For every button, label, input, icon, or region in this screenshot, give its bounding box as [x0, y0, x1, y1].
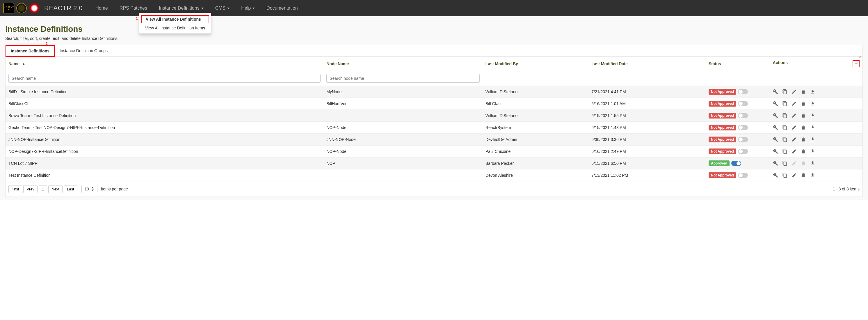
tab-instance-definition-groups[interactable]: Instance Definition Groups — [55, 45, 113, 57]
nav-cms[interactable]: CMS — [210, 1, 236, 16]
copy-icon[interactable] — [782, 89, 787, 94]
table-row: Test Instance DefinitionDevon Aleshire7/… — [5, 170, 863, 181]
pager-page-1[interactable]: 1 — [39, 185, 47, 193]
edit-icon[interactable] — [792, 101, 797, 106]
approval-toggle[interactable] — [738, 173, 748, 178]
dropdown-view-all-definitions[interactable]: View All Instance Definitions — [141, 15, 209, 23]
copy-icon[interactable] — [782, 149, 787, 154]
wrench-icon[interactable] — [773, 137, 778, 142]
pager-info: 1 - 8 of 8 items — [833, 187, 860, 191]
cell-status: Not Approved — [706, 86, 770, 98]
cell-modified-date: 6/30/2021 3:36 PM — [588, 134, 706, 146]
nav-help[interactable]: Help — [235, 1, 260, 16]
delete-icon[interactable] — [801, 89, 806, 94]
download-icon[interactable] — [810, 125, 815, 130]
col-header-actions: Actions 3 — [770, 57, 863, 71]
download-icon[interactable] — [810, 137, 815, 142]
col-header-status[interactable]: Status — [706, 57, 770, 71]
edit-icon[interactable] — [792, 113, 797, 118]
pager: First Prev 1 Next Last 10 items per page… — [5, 181, 863, 197]
copy-icon[interactable] — [782, 161, 787, 166]
pager-prev[interactable]: Prev — [23, 185, 37, 193]
delete-icon[interactable] — [801, 173, 806, 178]
cell-status: Not Approved — [706, 170, 770, 181]
filter-node-input[interactable] — [327, 74, 480, 83]
updown-icon — [91, 187, 94, 191]
delete-icon[interactable] — [801, 113, 806, 118]
pager-first[interactable]: First — [8, 185, 22, 193]
delete-icon[interactable] — [801, 101, 806, 106]
copy-icon[interactable] — [782, 137, 787, 142]
filter-name-input[interactable] — [8, 74, 320, 83]
copy-icon[interactable] — [782, 125, 787, 130]
approval-toggle[interactable] — [738, 149, 748, 154]
pager-last[interactable]: Last — [64, 185, 78, 193]
nav-home[interactable]: Home — [90, 1, 114, 16]
brand-title: REACTR 2.0 — [44, 4, 83, 12]
nav-instance-definitions-label: Instance Definitions — [159, 5, 199, 11]
download-icon[interactable] — [810, 89, 815, 94]
approval-toggle[interactable] — [738, 125, 748, 130]
wrench-icon[interactable] — [773, 125, 778, 130]
download-icon[interactable] — [810, 161, 815, 166]
edit-icon[interactable] — [792, 125, 797, 130]
wrench-icon[interactable] — [773, 173, 778, 178]
edit-icon[interactable] — [792, 137, 797, 142]
approval-toggle[interactable] — [738, 89, 748, 94]
cell-modified-by: Paul Chicoine — [483, 146, 588, 157]
page-size-select[interactable]: 10 — [82, 185, 98, 193]
cell-modified-by: Barbara Packer — [483, 157, 588, 170]
cell-actions — [770, 146, 863, 157]
cell-modified-date: 6/15/2021 1:55 PM — [588, 110, 706, 122]
download-icon[interactable] — [810, 113, 815, 118]
delete-icon[interactable] — [801, 125, 806, 130]
wrench-icon[interactable] — [773, 161, 778, 166]
status-badge: Not Approved — [709, 125, 736, 130]
add-button[interactable] — [852, 60, 860, 67]
download-icon[interactable] — [810, 149, 815, 154]
cell-modified-by: Devon Aleshire — [483, 170, 588, 181]
delete-icon[interactable] — [801, 137, 806, 142]
pager-next[interactable]: Next — [48, 185, 63, 193]
callout-3: 3 — [859, 55, 861, 59]
col-header-modified-by[interactable]: Last Modified By — [483, 57, 588, 71]
copy-icon[interactable] — [782, 101, 787, 106]
status-badge: Not Approved — [709, 113, 736, 118]
nav-documentation[interactable]: Documentation — [260, 1, 304, 16]
items-per-page-label: items per page — [101, 187, 128, 191]
table-row: TCN Lot 7 SIPRNOPBarbara Packer6/15/2021… — [5, 157, 863, 170]
tab-instance-definitions[interactable]: Instance Definitions — [5, 45, 55, 57]
approval-toggle[interactable] — [738, 137, 748, 142]
col-header-node[interactable]: Node Name — [323, 57, 483, 71]
copy-icon[interactable] — [782, 173, 787, 178]
delete-icon[interactable] — [801, 149, 806, 154]
approval-toggle[interactable] — [731, 161, 741, 166]
edit-icon[interactable] — [792, 149, 797, 154]
cell-name: NOP-Design7-SIPR-InstanceDefinition — [5, 146, 323, 157]
download-icon[interactable] — [810, 101, 815, 106]
wrench-icon[interactable] — [773, 113, 778, 118]
table-row: BillGlassCIBillHumVeeBill Glass6/16/2021… — [5, 98, 863, 110]
edit-icon[interactable] — [792, 89, 797, 94]
cell-status: Not Approved — [706, 134, 770, 146]
navbar-logos: U.S.ARMY★ — [3, 3, 39, 13]
dropdown-view-all-items[interactable]: View All Instance Definition Items — [140, 24, 211, 32]
edit-icon — [792, 161, 797, 166]
cell-actions — [770, 122, 863, 134]
army-logo-icon: U.S.ARMY★ — [3, 3, 14, 13]
download-icon[interactable] — [810, 173, 815, 178]
copy-icon[interactable] — [782, 113, 787, 118]
wrench-icon[interactable] — [773, 89, 778, 94]
edit-icon[interactable] — [792, 173, 797, 178]
wrench-icon[interactable] — [773, 149, 778, 154]
wrench-icon[interactable] — [773, 101, 778, 106]
col-header-modified-date[interactable]: Last Modified Date — [588, 57, 706, 71]
cell-status: Not Approved — [706, 146, 770, 157]
approval-toggle[interactable] — [738, 113, 748, 118]
page-description: Search, filter, sort, create, edit, and … — [5, 36, 863, 41]
col-header-name-label: Name — [8, 61, 20, 66]
approval-toggle[interactable] — [738, 101, 748, 106]
status-badge: Approved — [709, 161, 730, 166]
status-badge: Not Approved — [709, 148, 736, 154]
col-header-name[interactable]: Name — [5, 57, 323, 71]
